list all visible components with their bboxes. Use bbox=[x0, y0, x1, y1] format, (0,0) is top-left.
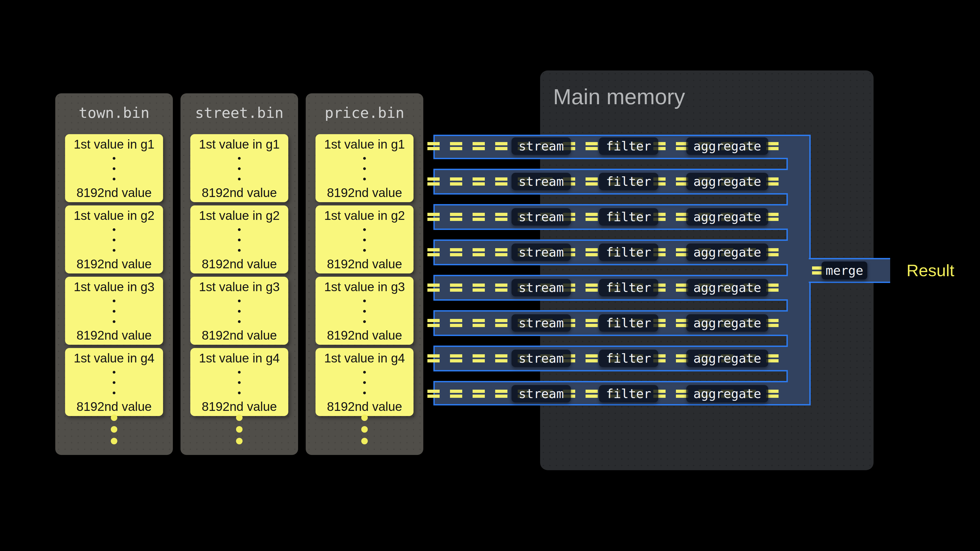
group-first-value: 1st value in g4 bbox=[65, 351, 163, 365]
stage-filter: filter bbox=[599, 243, 658, 261]
stage-filter: filter bbox=[599, 349, 658, 367]
stage-filter: filter bbox=[599, 137, 658, 155]
group-ellipsis bbox=[190, 300, 288, 323]
group-last-value: 8192nd value bbox=[65, 328, 163, 343]
group-first-value: 1st value in g3 bbox=[190, 279, 288, 294]
value-group-box: 1st value in g28192nd value bbox=[190, 205, 288, 273]
group-last-value: 8192nd value bbox=[315, 328, 414, 343]
ellipsis-dot bbox=[113, 228, 115, 231]
ellipsis-dot bbox=[113, 300, 115, 302]
stage-stream: stream bbox=[512, 243, 571, 261]
value-group-box: 1st value in g18192nd value bbox=[190, 134, 288, 202]
value-group-box: 1st value in g48192nd value bbox=[65, 348, 163, 416]
group-last-value: 8192nd value bbox=[65, 257, 163, 271]
file-title: town.bin bbox=[55, 104, 173, 121]
group-ellipsis bbox=[65, 300, 163, 323]
lane-gap-outline bbox=[433, 264, 788, 276]
group-last-value: 8192nd value bbox=[315, 399, 414, 414]
ellipsis-dot bbox=[236, 438, 243, 445]
value-group-box: 1st value in g18192nd value bbox=[315, 134, 414, 202]
lane-gap-outline bbox=[433, 299, 788, 311]
group-ellipsis bbox=[315, 228, 414, 252]
value-group-box: 1st value in g38192nd value bbox=[65, 277, 163, 345]
stage-filter: filter bbox=[599, 279, 658, 296]
group-ellipsis bbox=[190, 228, 288, 252]
ellipsis-dot bbox=[113, 157, 115, 160]
ellipsis-dot bbox=[113, 310, 115, 313]
lane-gap-outline bbox=[433, 335, 788, 347]
ellipsis-dot bbox=[111, 438, 117, 445]
ellipsis-dot bbox=[361, 426, 368, 433]
stage-aggregate: aggregate bbox=[686, 173, 768, 190]
ellipsis-dot bbox=[363, 300, 366, 302]
stage-aggregate: aggregate bbox=[686, 243, 768, 261]
ellipsis-dot bbox=[363, 167, 366, 170]
file-title: street.bin bbox=[180, 104, 298, 121]
ellipsis-dot bbox=[238, 320, 241, 323]
ellipsis-dot bbox=[238, 167, 241, 170]
lane-gap-outline bbox=[433, 193, 788, 205]
value-group-box: 1st value in g28192nd value bbox=[315, 205, 414, 273]
stage-stream: stream bbox=[512, 314, 571, 332]
stage-aggregate: aggregate bbox=[686, 279, 768, 296]
group-first-value: 1st value in g3 bbox=[65, 279, 163, 294]
lane-gap-outline bbox=[433, 158, 788, 170]
group-first-value: 1st value in g3 bbox=[315, 279, 414, 294]
group-ellipsis bbox=[190, 157, 288, 180]
ellipsis-dot bbox=[363, 249, 366, 252]
group-last-value: 8192nd value bbox=[65, 185, 163, 200]
stage-stream: stream bbox=[512, 208, 571, 225]
stage-stream: stream bbox=[512, 173, 571, 190]
ellipsis-dot bbox=[361, 438, 368, 445]
ellipsis-dot bbox=[113, 381, 115, 384]
stage-stream: stream bbox=[512, 349, 571, 367]
group-last-value: 8192nd value bbox=[65, 399, 163, 414]
column-more-ellipsis bbox=[55, 414, 173, 445]
column-more-ellipsis bbox=[180, 414, 298, 445]
stage-aggregate: aggregate bbox=[686, 385, 768, 402]
group-first-value: 1st value in g2 bbox=[190, 208, 288, 223]
group-ellipsis bbox=[315, 371, 414, 394]
ellipsis-dot bbox=[363, 371, 366, 373]
stage-aggregate: aggregate bbox=[686, 349, 768, 367]
group-last-value: 8192nd value bbox=[315, 185, 414, 200]
value-group-box: 1st value in g38192nd value bbox=[315, 277, 414, 345]
merge-operator: merge bbox=[822, 262, 867, 279]
value-group-box: 1st value in g48192nd value bbox=[190, 348, 288, 416]
ellipsis-dot bbox=[113, 178, 115, 180]
ellipsis-dot bbox=[113, 371, 115, 373]
group-last-value: 8192nd value bbox=[190, 257, 288, 271]
file-column-town.bin: town.bin1st value in g18192nd value1st v… bbox=[55, 93, 173, 455]
group-last-value: 8192nd value bbox=[315, 257, 414, 271]
ellipsis-dot bbox=[111, 426, 117, 433]
ellipsis-dot bbox=[363, 228, 366, 231]
ellipsis-dot bbox=[113, 239, 115, 241]
group-ellipsis bbox=[315, 300, 414, 323]
group-first-value: 1st value in g1 bbox=[65, 137, 163, 152]
ellipsis-dot bbox=[238, 300, 241, 302]
ellipsis-dot bbox=[363, 239, 366, 241]
stage-stream: stream bbox=[512, 385, 571, 402]
group-ellipsis bbox=[65, 371, 163, 394]
ellipsis-dot bbox=[236, 426, 243, 433]
ellipsis-dot bbox=[238, 157, 241, 160]
group-last-value: 8192nd value bbox=[190, 399, 288, 414]
group-ellipsis bbox=[315, 157, 414, 180]
ellipsis-dot bbox=[238, 178, 241, 180]
group-first-value: 1st value in g4 bbox=[315, 351, 414, 365]
stage-filter: filter bbox=[599, 314, 658, 332]
group-first-value: 1st value in g2 bbox=[65, 208, 163, 223]
ellipsis-dot bbox=[238, 249, 241, 252]
ellipsis-dot bbox=[113, 167, 115, 170]
ellipsis-dot bbox=[363, 157, 366, 160]
result-label: Result bbox=[907, 261, 955, 280]
ellipsis-dot bbox=[363, 310, 366, 313]
ellipsis-dot bbox=[363, 381, 366, 384]
ellipsis-dot bbox=[363, 392, 366, 394]
stage-filter: filter bbox=[599, 173, 658, 190]
group-first-value: 1st value in g1 bbox=[190, 137, 288, 152]
ellipsis-dot bbox=[361, 414, 368, 421]
group-last-value: 8192nd value bbox=[190, 328, 288, 343]
ellipsis-dot bbox=[238, 381, 241, 384]
stage-filter: filter bbox=[599, 208, 658, 225]
